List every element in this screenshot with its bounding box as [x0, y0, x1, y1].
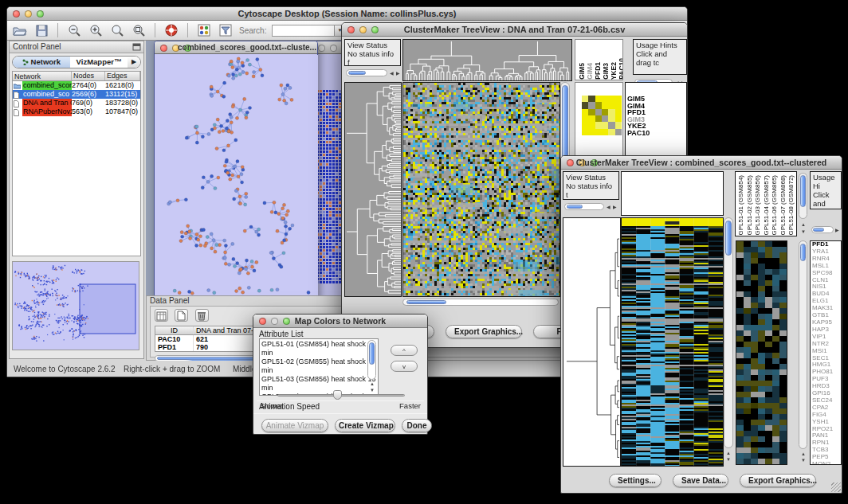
scroll-thumb[interactable]: [725, 221, 732, 256]
tab-vizmapper[interactable]: VizMapper™: [70, 57, 128, 68]
scroll-thumb[interactable]: [800, 244, 806, 261]
main-titlebar[interactable]: Cytoscape Desktop (Session Name: collins…: [7, 7, 687, 21]
scroll-thumb[interactable]: [813, 228, 824, 232]
scroll-thumb[interactable]: [800, 175, 806, 207]
scroll-down-icon[interactable]: ▼: [801, 458, 806, 463]
attribute-list[interactable]: GPL51-01 (GSM854) heat shock 05 minGPL51…: [259, 338, 379, 396]
scroll-down-icon[interactable]: ▼: [370, 388, 375, 393]
scroll-thumb[interactable]: [369, 342, 375, 365]
network-window-1-titlebar[interactable]: combined_scores_good.txt--cluste...: [155, 41, 317, 54]
matrix-cell[interactable]: [595, 96, 602, 102]
matrix-cell[interactable]: [615, 96, 622, 102]
done-button[interactable]: Done: [402, 419, 432, 432]
attribute-list-item[interactable]: GPL51-03 (GSM856) heat shock 15 min: [261, 375, 376, 393]
dialog-titlebar[interactable]: Map Colors to Network: [253, 315, 427, 328]
matrix-cell[interactable]: [582, 115, 588, 122]
export-graphics-button[interactable]: Export Graphics...: [446, 325, 522, 338]
tv2-col-labels-vscrollbar[interactable]: [799, 173, 807, 219]
scroll-up-icon[interactable]: ▲: [801, 451, 806, 456]
similarity-matrix[interactable]: [582, 96, 622, 135]
tv2-column-dendrogram-area[interactable]: [621, 171, 724, 216]
tv2-heatmap[interactable]: [621, 217, 724, 467]
matrix-cell[interactable]: [602, 129, 608, 135]
scroll-left-icon[interactable]: ◀: [390, 71, 394, 76]
close-icon[interactable]: [160, 45, 167, 52]
resize-grip[interactable]: [831, 483, 841, 492]
matrix-cell[interactable]: [588, 109, 595, 115]
matrix-cell[interactable]: [582, 109, 588, 115]
scroll-up-icon[interactable]: ▲: [726, 451, 731, 455]
attribute-list-item[interactable]: GPL51-01 (GSM854) heat shock 05 min: [261, 340, 376, 357]
scroll-up-icon[interactable]: ▲: [801, 222, 806, 227]
zoom-fit-button[interactable]: [109, 23, 125, 38]
float-panel-icon[interactable]: [132, 43, 141, 51]
matrix-cell[interactable]: [595, 102, 602, 108]
new-document-icon[interactable]: [175, 309, 188, 322]
matrix-cell[interactable]: [602, 109, 608, 115]
tv1-column-dendrogram[interactable]: [402, 39, 572, 81]
tv2-status-hscrollbar[interactable]: [564, 203, 604, 210]
scroll-right-icon[interactable]: ▶: [835, 228, 839, 232]
matrix-cell[interactable]: [588, 102, 595, 108]
scroll-thumb[interactable]: [348, 71, 366, 75]
network-list-row[interactable]: DNA and Tran 07769(0)183728(0): [13, 99, 140, 107]
zoom-in-button[interactable]: [88, 23, 104, 38]
matrix-cell[interactable]: [582, 129, 588, 135]
tab-network[interactable]: Network: [13, 57, 70, 68]
tv1-heatmap[interactable]: [402, 82, 560, 297]
tv1-row-dendrogram[interactable]: [344, 82, 402, 297]
treeview2-titlebar[interactable]: ClusterMaker TreeView : combined_scores_…: [561, 156, 842, 170]
matrix-cell[interactable]: [588, 96, 595, 102]
scroll-up-icon[interactable]: ▲: [370, 381, 375, 386]
help-lifesaver-icon[interactable]: [163, 23, 179, 38]
zoom-out-button[interactable]: [66, 23, 82, 38]
tv2-zoom-heatmap[interactable]: [736, 240, 787, 465]
zoom-selected-button[interactable]: [131, 23, 147, 38]
matrix-cell[interactable]: [582, 96, 588, 102]
move-down-button[interactable]: v: [391, 361, 418, 372]
col-edges[interactable]: Edges: [105, 72, 140, 80]
vizmap-icon-button[interactable]: [196, 23, 212, 38]
network-list-row[interactable]: combined_scores2764(0)16218(0): [13, 81, 140, 90]
attribute-list-item[interactable]: GPL51-02 (GSM855) heat shock 10 min: [261, 357, 376, 375]
matrix-cell[interactable]: [608, 129, 614, 135]
create-vizmap-button[interactable]: Create Vizmap: [335, 419, 395, 432]
attribute-select-icon[interactable]: [155, 309, 168, 322]
matrix-cell[interactable]: [608, 115, 614, 122]
matrix-cell[interactable]: [582, 102, 588, 108]
matrix-cell[interactable]: [608, 102, 614, 108]
filter-button[interactable]: [218, 23, 234, 38]
matrix-cell[interactable]: [602, 96, 608, 102]
treeview1-titlebar[interactable]: ClusterMaker TreeView : DNA and Tran 07-…: [342, 23, 687, 37]
matrix-cell[interactable]: [615, 102, 622, 108]
scroll-thumb[interactable]: [406, 300, 446, 304]
matrix-cell[interactable]: [595, 122, 602, 128]
dp-col-id[interactable]: ID: [155, 326, 194, 334]
col-nodes[interactable]: Nodes: [72, 72, 105, 80]
move-up-button[interactable]: ^: [391, 345, 418, 356]
search-input[interactable]: ▼: [272, 25, 345, 37]
scroll-right-icon[interactable]: ▶: [613, 205, 617, 209]
col-network[interactable]: Network: [13, 72, 72, 80]
trash-icon[interactable]: [195, 309, 209, 322]
matrix-cell[interactable]: [608, 109, 614, 115]
scroll-thumb[interactable]: [567, 205, 583, 209]
matrix-cell[interactable]: [588, 129, 595, 135]
open-file-button[interactable]: [12, 23, 28, 38]
slider-thumb[interactable]: [333, 390, 342, 400]
matrix-cell[interactable]: [595, 109, 602, 115]
scroll-down-icon[interactable]: ▼: [726, 457, 731, 462]
tv2-hints-hscrollbar[interactable]: [811, 226, 834, 233]
matrix-cell[interactable]: [615, 109, 622, 115]
tv2-row-dendrogram[interactable]: [563, 217, 621, 467]
matrix-cell[interactable]: [602, 102, 608, 108]
scroll-right-icon[interactable]: ▶: [396, 71, 400, 76]
matrix-cell[interactable]: [595, 115, 602, 122]
matrix-cell[interactable]: [588, 115, 595, 122]
attribute-list-vscrollbar[interactable]: [367, 340, 376, 380]
matrix-cell[interactable]: [615, 122, 622, 128]
matrix-cell[interactable]: [595, 129, 602, 135]
tv2-heatmap-vscrollbar[interactable]: [724, 217, 733, 448]
matrix-cell[interactable]: [582, 122, 588, 128]
matrix-cell[interactable]: [608, 122, 614, 128]
